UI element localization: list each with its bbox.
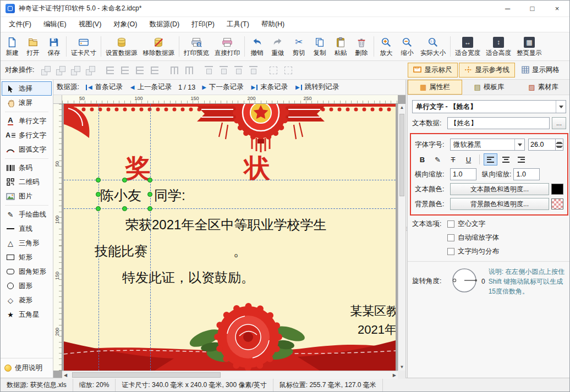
open-file-button[interactable]: 打开 bbox=[23, 32, 43, 60]
selection-handle-sw[interactable] bbox=[96, 206, 101, 211]
vertical-scrollbar[interactable]: ▲ ▼ bbox=[398, 104, 405, 371]
show-grid-toggle[interactable]: 显示网格 bbox=[516, 63, 565, 78]
card-size-button[interactable]: 证卡尺寸 bbox=[68, 32, 99, 60]
tool-select[interactable]: 选择 bbox=[2, 81, 52, 96]
next-record-button[interactable]: ▶下一条记录 bbox=[199, 81, 246, 93]
font-family-dropdown[interactable]: 微软雅黑 bbox=[450, 139, 525, 151]
paste-button[interactable]: 粘贴 bbox=[330, 32, 351, 60]
menu-tools[interactable]: 工具(T) bbox=[221, 17, 255, 32]
certificate-document[interactable]: 奖 状 陈小友 同学: 荣获2021年全区中等职业学校学生 技能比赛 。 特发此… bbox=[64, 104, 396, 371]
align-right-text-button[interactable] bbox=[514, 153, 528, 165]
print-preview-button[interactable]: 打印预览 bbox=[181, 32, 212, 60]
shape-crop-button[interactable] bbox=[83, 63, 97, 78]
direct-print-button[interactable]: 直接打印 bbox=[212, 32, 243, 60]
jump-record-button[interactable]: ▶跳转到记录 bbox=[292, 81, 342, 93]
tool-image[interactable]: 图片 bbox=[2, 189, 52, 203]
align-edges-button[interactable] bbox=[246, 63, 260, 78]
underline-button[interactable]: U bbox=[462, 153, 475, 165]
actual-size-button[interactable]: 1:1实际大小 bbox=[418, 32, 448, 60]
horizontal-scroll-thumb[interactable] bbox=[72, 372, 221, 378]
menu-print[interactable]: 打印(P) bbox=[185, 17, 221, 32]
remove-datasource-button[interactable]: 移除数据源 bbox=[140, 32, 178, 60]
auto-shrink-option[interactable]: 自动缩放字体 bbox=[447, 233, 499, 242]
align-justify-button[interactable] bbox=[147, 63, 161, 78]
align-left-text-button[interactable] bbox=[484, 153, 497, 165]
tool-diamond[interactable]: ◇菱形 bbox=[2, 293, 52, 307]
menu-view[interactable]: 视图(V) bbox=[73, 17, 108, 32]
scroll-left-arrow[interactable]: ◀ bbox=[64, 371, 67, 379]
scroll-down-arrow[interactable]: ▼ bbox=[398, 365, 405, 369]
tool-qrcode[interactable]: 二维码 bbox=[2, 175, 52, 189]
show-ruler-toggle[interactable]: 显示标尺 bbox=[408, 63, 458, 78]
zoom-in-button[interactable]: 放大 bbox=[376, 32, 397, 60]
fit-width-button[interactable]: ↔适合宽度 bbox=[452, 32, 483, 60]
tool-rounded-rect[interactable]: 圆角矩形 bbox=[2, 264, 52, 279]
bg-color-swatch[interactable] bbox=[551, 198, 563, 209]
shape-weld-button[interactable] bbox=[53, 63, 67, 78]
menu-help[interactable]: 帮助(H) bbox=[255, 17, 291, 32]
last-record-button[interactable]: ▶末条记录 bbox=[248, 81, 291, 93]
tool-circle[interactable]: 圆形 bbox=[2, 279, 52, 293]
same-height-button[interactable] bbox=[281, 63, 295, 78]
body-line3-text[interactable]: 特发此证，以资鼓励。 bbox=[122, 269, 254, 286]
text-color-swatch[interactable] bbox=[551, 184, 563, 195]
body-line2-period[interactable]: 。 bbox=[233, 242, 246, 260]
align-hcenter-button[interactable] bbox=[118, 63, 131, 78]
font-size-input[interactable] bbox=[529, 139, 555, 150]
save-button[interactable]: 保存 bbox=[43, 32, 64, 60]
selection-handle-ne[interactable] bbox=[147, 178, 152, 183]
bold-button[interactable]: B bbox=[415, 153, 429, 165]
font-size-spinner[interactable] bbox=[528, 139, 563, 151]
rotation-dial[interactable] bbox=[451, 267, 478, 296]
text-data-input[interactable] bbox=[447, 117, 550, 129]
align-vcenter-button[interactable] bbox=[217, 63, 231, 78]
tool-star[interactable]: ★五角星 bbox=[2, 307, 52, 322]
certificate-title-text[interactable]: 状 bbox=[244, 151, 270, 186]
fit-height-button[interactable]: ↕适合高度 bbox=[483, 32, 514, 60]
text-color-button[interactable]: 文本颜色和透明度... bbox=[450, 183, 549, 195]
tool-single-text[interactable]: A单行文字 bbox=[2, 114, 52, 128]
signer-text[interactable]: 某某区教 bbox=[350, 303, 396, 319]
date-text[interactable]: 2021年 bbox=[358, 322, 396, 338]
strikethrough-button[interactable]: T bbox=[446, 153, 460, 165]
italic-pen-button[interactable]: ✎ bbox=[431, 153, 445, 165]
vscale-input[interactable] bbox=[513, 168, 540, 180]
tool-freehand[interactable]: ✎手绘曲线 bbox=[2, 207, 52, 222]
name-suffix-text[interactable]: 同学: bbox=[154, 186, 185, 205]
close-button[interactable]: × bbox=[545, 1, 569, 16]
name-text-object[interactable]: 陈小友 bbox=[100, 186, 141, 205]
selection-handle-n[interactable] bbox=[122, 178, 127, 183]
full-page-button[interactable]: ▦整页显示 bbox=[514, 32, 545, 60]
menu-datasource[interactable]: 数据源(D) bbox=[143, 17, 185, 32]
show-guides-toggle[interactable]: 显示参考线 bbox=[459, 63, 516, 78]
tool-barcode[interactable]: 条码 bbox=[2, 161, 52, 175]
text-data-more-button[interactable]: ... bbox=[552, 117, 566, 129]
minimize-button[interactable]: ─ bbox=[495, 1, 520, 16]
tool-rectangle[interactable]: 矩形 bbox=[2, 250, 52, 264]
selection-handle-w[interactable] bbox=[96, 192, 101, 197]
maximize-button[interactable]: □ bbox=[520, 1, 545, 16]
tool-arc-text[interactable]: 圆弧文字 bbox=[2, 142, 52, 157]
selection-handle-e[interactable] bbox=[147, 192, 152, 197]
bg-color-button[interactable]: 背景颜色和透明度... bbox=[450, 198, 549, 210]
justify-text-option[interactable]: 文字均匀分布 bbox=[447, 247, 499, 256]
vspace-equal-button[interactable] bbox=[182, 63, 196, 78]
tool-multi-text[interactable]: A多行文字 bbox=[2, 128, 52, 142]
set-datasource-button[interactable]: 设置数据源 bbox=[103, 32, 140, 60]
body-line2-text[interactable]: 技能比赛 bbox=[95, 242, 147, 260]
zoom-out-button[interactable]: 缩小 bbox=[397, 32, 418, 60]
tab-templates[interactable]: ▤模板库 bbox=[462, 80, 517, 95]
horizontal-scrollbar[interactable]: ◀ ▶ bbox=[62, 371, 398, 379]
undo-button[interactable]: 撤销 bbox=[246, 32, 267, 60]
align-bottom-button[interactable] bbox=[232, 63, 245, 78]
help-button[interactable]: 使用说明 bbox=[1, 358, 53, 378]
align-top-button[interactable] bbox=[202, 63, 216, 78]
scroll-right-arrow[interactable]: ▶ bbox=[393, 371, 396, 379]
shape-combine-button[interactable] bbox=[39, 63, 52, 78]
cut-button[interactable]: ✂剪切 bbox=[288, 32, 309, 60]
align-center-text-button[interactable] bbox=[499, 153, 513, 165]
tool-triangle[interactable]: △三角形 bbox=[2, 236, 52, 250]
object-type-dropdown[interactable]: 单行文字 - 【姓名】 bbox=[412, 100, 566, 113]
menu-edit[interactable]: 编辑(E) bbox=[37, 17, 73, 32]
shape-trim-button[interactable] bbox=[68, 63, 82, 78]
